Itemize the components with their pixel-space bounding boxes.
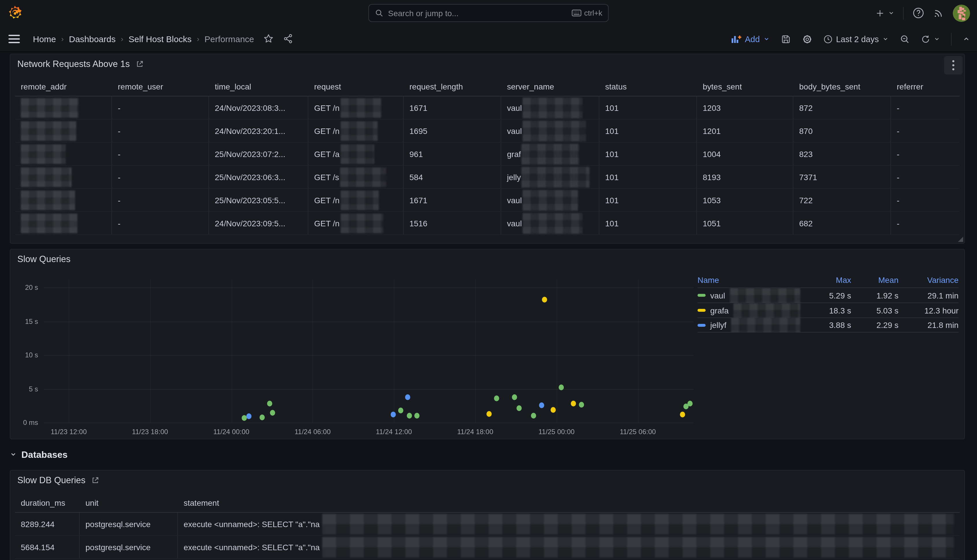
redacted-value xyxy=(522,190,578,210)
share-button[interactable] xyxy=(283,33,293,44)
breadcrumb: Home›Dashboards›Self Host Blocks›Perform… xyxy=(33,34,254,43)
row-databases[interactable]: Databases xyxy=(10,450,68,460)
column-header-time_local[interactable]: time_local xyxy=(209,77,308,96)
breadcrumb-item-performance[interactable]: Performance xyxy=(204,34,254,43)
search-icon xyxy=(375,9,383,17)
panel-title[interactable]: Slow DB Queries xyxy=(17,475,85,485)
menu-toggle-button[interactable] xyxy=(8,34,20,43)
y-axis-tick-label: 20 s xyxy=(25,283,38,292)
legend-sort-variance[interactable]: Variance xyxy=(899,275,959,285)
column-header-duration_ms[interactable]: duration_ms xyxy=(15,493,80,512)
external-link-icon[interactable] xyxy=(91,476,99,484)
scatter-point-vault xyxy=(559,385,564,390)
redacted-value xyxy=(340,167,387,187)
panel-slow-queries: Slow Queries 0 ms5 s10 s15 s20 s11/23 12… xyxy=(10,249,965,439)
legend-sort-max[interactable]: Max xyxy=(806,275,851,285)
legend-sort-name[interactable]: Name xyxy=(697,275,719,285)
server-prefix: vaul xyxy=(507,103,522,112)
legend-series-name[interactable]: grafa xyxy=(697,303,806,318)
cell-remote-user: - xyxy=(112,143,209,165)
grafana-app: ctrl+k xyxy=(0,0,977,560)
statement-prefix: execute <unnamed>: SELECT "a"."na xyxy=(183,519,320,528)
kebab-icon xyxy=(952,60,954,70)
cell-time-local: 24/Nov/2023:08:3... xyxy=(209,97,308,119)
column-header-bytes_sent[interactable]: bytes_sent xyxy=(697,77,794,96)
user-avatar[interactable] xyxy=(953,4,970,22)
panel-resize-handle[interactable] xyxy=(958,237,963,242)
breadcrumb-item-dashboards[interactable]: Dashboards xyxy=(69,34,116,43)
top-right-actions xyxy=(875,0,970,26)
panel-title[interactable]: Slow Queries xyxy=(17,254,70,264)
column-header-request_length[interactable]: request_length xyxy=(403,77,501,96)
table-row: -24/Nov/2023:09:5...GET /n1516vaul101105… xyxy=(15,212,960,235)
column-header-unit[interactable]: unit xyxy=(80,493,178,512)
y-axis-tick-label: 0 ms xyxy=(23,418,38,427)
redacted-value xyxy=(21,144,66,164)
cell-request-length: 1671 xyxy=(403,97,501,119)
news-rss-button[interactable] xyxy=(933,8,944,18)
column-header-request[interactable]: request xyxy=(308,77,403,96)
column-header-server_name[interactable]: server_name xyxy=(501,77,599,96)
cell-duration-ms: 8289.244 xyxy=(15,513,80,535)
redacted-value xyxy=(522,120,586,141)
cell-server-name: vaul xyxy=(501,212,599,234)
legend-row: grafa18.3 s5.03 s12.3 hour xyxy=(697,303,959,318)
request-prefix: GET /s xyxy=(314,172,339,182)
scatter-point-vault xyxy=(398,408,403,413)
redacted-value xyxy=(734,303,800,318)
statement-prefix: execute <unnamed>: SELECT "a"."na xyxy=(183,542,320,552)
dashboard-settings-button[interactable] xyxy=(802,34,812,44)
collapse-toolbar-button[interactable] xyxy=(962,35,970,43)
server-prefix: graf xyxy=(507,149,521,158)
star-button[interactable] xyxy=(263,33,274,44)
refresh-button[interactable] xyxy=(921,34,940,43)
time-range-picker[interactable]: Last 2 days xyxy=(824,34,889,43)
legend-mean-value: 2.29 s xyxy=(851,320,899,330)
server-prefix: vaul xyxy=(507,218,522,228)
legend-series-name[interactable]: jellyf xyxy=(697,318,806,333)
legend-mean-value: 5.03 s xyxy=(851,306,899,315)
slow-db-queries-table: duration_msunitstatement8289.244postgres… xyxy=(15,493,960,559)
legend-max-value: 3.88 s xyxy=(806,320,851,330)
cell-unit: postgresql.service xyxy=(80,513,178,535)
zoom-out-time-button[interactable] xyxy=(900,34,910,44)
legend-header-name: Name xyxy=(697,275,806,285)
column-header-status[interactable]: status xyxy=(599,77,697,96)
legend-sort-mean[interactable]: Mean xyxy=(851,275,899,285)
global-search[interactable]: ctrl+k xyxy=(368,4,609,22)
save-dashboard-button[interactable] xyxy=(781,34,791,44)
cell-request-length: 1695 xyxy=(403,120,501,142)
add-panel-button[interactable]: Add xyxy=(731,34,770,43)
cell-referrer: - xyxy=(891,97,960,119)
panel-menu-button[interactable] xyxy=(944,56,962,75)
help-button[interactable] xyxy=(912,7,924,19)
scatter-point-vault xyxy=(270,410,275,415)
redacted-value xyxy=(522,213,582,233)
scatter-point-jellyfin xyxy=(405,394,410,400)
new-button[interactable] xyxy=(875,8,894,18)
scatter-point-vault xyxy=(267,401,272,407)
legend-series-name[interactable]: vaul xyxy=(697,288,806,303)
grafana-logo-icon[interactable] xyxy=(7,5,23,21)
external-link-icon[interactable] xyxy=(135,60,143,68)
column-header-body_bytes_sent[interactable]: body_bytes_sent xyxy=(794,77,891,96)
column-header-remote_user[interactable]: remote_user xyxy=(112,77,209,96)
cell-remote-addr xyxy=(15,189,112,211)
scatter-point-vault xyxy=(494,395,499,401)
legend-header-row: NameMaxMeanVariance xyxy=(697,272,959,288)
column-header-statement[interactable]: statement xyxy=(178,493,960,512)
redacted-value xyxy=(341,144,374,164)
keyboard-icon xyxy=(571,9,581,17)
cell-referrer: - xyxy=(891,189,960,211)
breadcrumb-item-self-host-blocks[interactable]: Self Host Blocks xyxy=(128,34,192,43)
x-gridline xyxy=(475,279,476,423)
cell-server-name: vaul xyxy=(501,189,599,211)
breadcrumb-item-home[interactable]: Home xyxy=(33,34,56,43)
chevron-down-icon xyxy=(10,450,17,460)
table-body: -24/Nov/2023:08:3...GET /n1671vaul101120… xyxy=(15,97,960,235)
column-header-remote_addr[interactable]: remote_addr xyxy=(15,77,112,96)
panel-title[interactable]: Network Requests Above 1s xyxy=(17,59,130,69)
column-header-referrer[interactable]: referrer xyxy=(891,77,960,96)
search-input[interactable] xyxy=(388,8,567,18)
legend-name-prefix: grafa xyxy=(710,306,729,315)
